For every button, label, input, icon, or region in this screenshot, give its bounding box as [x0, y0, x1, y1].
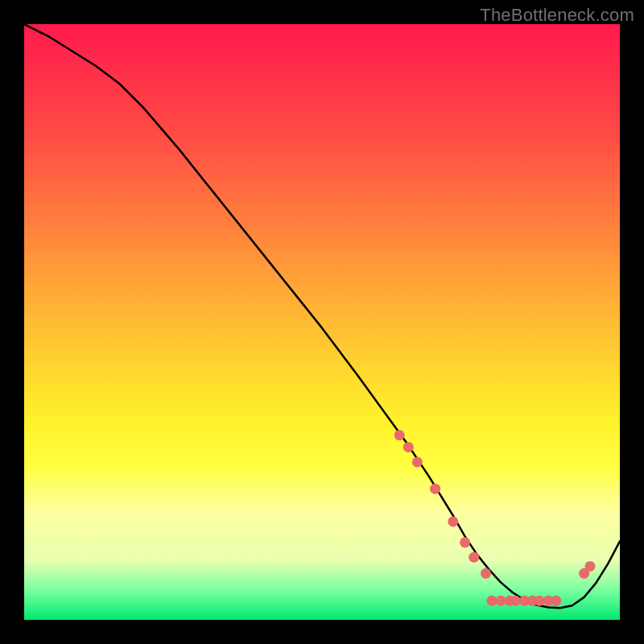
curve-marker [403, 442, 414, 452]
gradient-plot-area [24, 24, 620, 620]
curve-marker [412, 456, 423, 467]
curve-marker [430, 484, 440, 494]
chart-frame: TheBottleneck.com [0, 0, 644, 644]
bottleneck-curve [24, 24, 620, 608]
curve-marker [448, 516, 458, 526]
curve-marker [394, 430, 405, 440]
curve-marker [481, 568, 491, 579]
curve-marker [469, 552, 479, 563]
curve-marker [551, 596, 561, 606]
curve-marker [535, 596, 545, 606]
watermark-text: TheBottleneck.com [480, 5, 634, 26]
curve-marker [460, 537, 470, 547]
curve-layer [24, 24, 620, 620]
curve-marker [510, 596, 521, 606]
curve-marker [585, 561, 596, 572]
curve-marker-group [394, 430, 596, 606]
curve-marker [486, 596, 497, 606]
curve-marker [496, 596, 506, 606]
